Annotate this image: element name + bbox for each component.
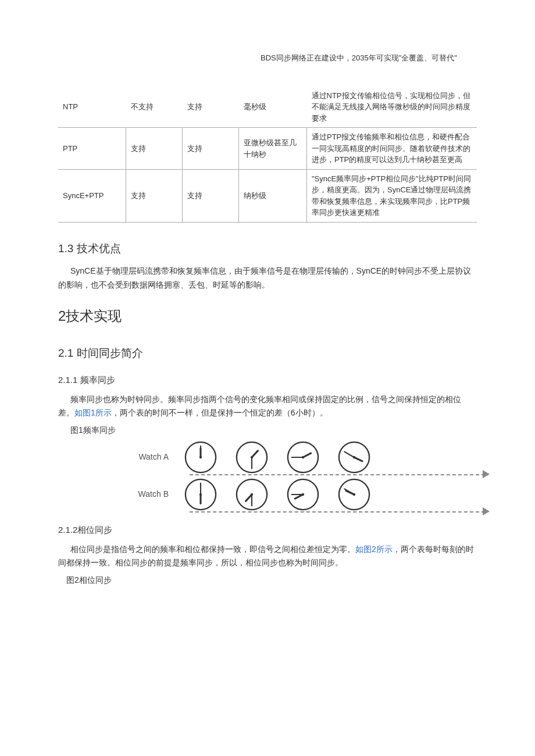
- table-row: NTP 不支持 支持 毫秒级 通过NTP报文传输相位信号，实现相位同步，但不能满…: [58, 87, 477, 128]
- cell: 支持: [126, 128, 183, 170]
- top-note: BDS同步网络正在建设中，2035年可实现"全覆盖、可替代": [261, 52, 477, 65]
- cell-desc: "SyncE频率同步+PTP相位同步"比纯PTP时间同步，精度更高。因为，Syn…: [307, 169, 477, 222]
- arrowhead-icon: [483, 507, 490, 515]
- cell: 支持: [126, 169, 183, 222]
- para-1-3: SynCE基于物理层码流携带和恢复频率信息，由于频率信号是在物理层传输的，Syn…: [58, 264, 477, 292]
- figure-1: Watch A Watch B: [128, 440, 477, 511]
- text: ，两个表的时间不一样，但是保持一个恒定的差（6小时）。: [112, 408, 328, 417]
- figure-2-caption: 图2相位同步: [66, 574, 477, 586]
- cell-name: SyncE+PTP: [58, 169, 126, 222]
- clock-icon: [337, 478, 371, 511]
- clock-icon: [286, 440, 320, 474]
- cell: 不支持: [126, 87, 183, 128]
- figure-link[interactable]: 如图2所示: [355, 544, 393, 554]
- heading-2: 2技术实现: [58, 305, 477, 327]
- cell-name: NTP: [58, 87, 126, 128]
- cell-desc: 通过PTP报文传输频率和相位信息，和硬件配合一同实现高精度的时间同步。随着软硬件…: [307, 128, 477, 170]
- heading-2-1: 2.1 时间同步简介: [58, 345, 477, 362]
- cell-desc: 通过NTP报文传输相位信号，实现相位同步，但不能满足无线接入网络等微秒级的时间同…: [307, 87, 477, 128]
- para-2-1-1: 频率同步也称为时钟同步。频率同步指两个信号的变化频率相同或保持固定的比例，信号之…: [58, 393, 477, 421]
- clock-icon: [184, 478, 217, 511]
- heading-2-1-1: 2.1.1 频率同步: [58, 373, 477, 387]
- clock-icon: [184, 440, 217, 474]
- figure-1-caption: 图1频率同步: [58, 424, 477, 436]
- cell: 毫秒级: [239, 87, 307, 128]
- heading-1-3: 1.3 技术优点: [58, 240, 477, 257]
- table-row: PTP 支持 支持 亚微秒级甚至几十纳秒 通过PTP报文传输频率和相位信息，和硬…: [58, 128, 477, 170]
- cell: 支持: [183, 128, 239, 170]
- cell-name: PTP: [58, 128, 126, 170]
- watch-a-label: Watch A: [128, 450, 169, 463]
- dashed-arrow-line: [190, 474, 485, 475]
- clock-icon: [235, 478, 269, 511]
- clock-icon: [286, 478, 320, 511]
- clock-icon: [337, 440, 371, 474]
- table-row: SyncE+PTP 支持 支持 纳秒级 "SyncE频率同步+PTP相位同步"比…: [58, 169, 477, 222]
- watch-b-label: Watch B: [128, 488, 169, 500]
- clock-icon: [235, 440, 269, 474]
- cell: 亚微秒级甚至几十纳秒: [239, 128, 307, 170]
- clocks-row-a: [184, 440, 371, 474]
- para-2-1-2: 相位同步是指信号之间的频率和相位都保持一致，即信号之间相位差恒定为零。如图2所示…: [58, 543, 477, 571]
- comparison-table: NTP 不支持 支持 毫秒级 通过NTP报文传输相位信号，实现相位同步，但不能满…: [58, 87, 477, 223]
- dashed-arrow-line: [190, 511, 485, 513]
- text: 相位同步是指信号之间的频率和相位都保持一致，即信号之间相位差恒定为零。: [70, 544, 355, 554]
- arrowhead-icon: [483, 470, 490, 478]
- cell: 支持: [183, 169, 239, 222]
- figure-link[interactable]: 如图1所示: [74, 408, 112, 417]
- clocks-row-b: [184, 478, 371, 511]
- cell: 支持: [183, 87, 239, 128]
- heading-2-1-2: 2.1.2相位同步: [58, 523, 477, 537]
- cell: 纳秒级: [239, 169, 307, 222]
